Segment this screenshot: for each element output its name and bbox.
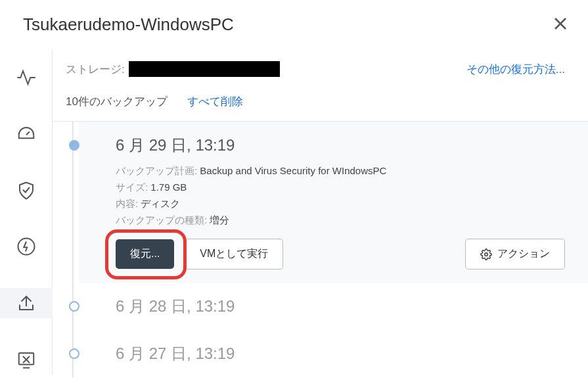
restore-button[interactable]: 復元... — [116, 239, 174, 269]
size-value: 1.79 GB — [150, 181, 187, 193]
plan-label: バックアップ計画: — [116, 165, 197, 176]
sidebar-item-activity[interactable] — [0, 62, 53, 93]
bolt-circle-icon — [16, 237, 36, 256]
backups-count: 10件のバックアップ — [66, 94, 168, 109]
backup-date: 6 月 28 日, 13:19 — [116, 296, 565, 317]
gear-icon — [480, 248, 492, 260]
action-button[interactable]: アクション — [465, 239, 565, 270]
sidebar-item-power[interactable] — [0, 231, 53, 262]
backup-entry[interactable]: 6 月 27 日, 13:19 — [79, 330, 588, 377]
backup-date: 6 月 29 日, 13:19 — [116, 135, 565, 156]
storage-label: ストレージ: — [66, 61, 280, 77]
plan-value: Backup and Virus Security for WIndowsPC — [200, 165, 386, 176]
type-label: バックアップの種類: — [116, 214, 207, 225]
activity-icon — [16, 68, 36, 87]
svg-line-2 — [26, 131, 30, 135]
page-title: Tsukaerudemo-WindowsPC — [23, 14, 234, 35]
size-label: サイズ: — [116, 181, 148, 193]
remote-desktop-icon — [16, 350, 36, 369]
sidebar — [0, 49, 53, 375]
svg-point-3 — [18, 239, 34, 255]
backup-entry[interactable]: 6 月 28 日, 13:19 — [79, 283, 588, 330]
backup-entry[interactable]: 6 月 29 日, 13:19 バックアップ計画: Backup and Vir… — [79, 122, 588, 283]
close-icon[interactable] — [553, 16, 568, 34]
content-value: ディスク — [141, 198, 180, 209]
sidebar-item-dashboard[interactable] — [0, 119, 53, 149]
type-value: 増分 — [210, 214, 229, 225]
main-panel: ストレージ: その他の復元方法... 10件のバックアップ すべて削除 6 月 … — [53, 49, 588, 375]
sidebar-item-remote[interactable] — [0, 344, 53, 375]
backup-timeline: 6 月 29 日, 13:19 バックアップ計画: Backup and Vir… — [53, 122, 588, 377]
shield-check-icon — [16, 181, 36, 201]
delete-all-link[interactable]: すべて削除 — [187, 94, 243, 109]
storage-value-redacted — [129, 61, 280, 77]
restore-up-icon — [16, 293, 36, 313]
content-label: 内容: — [116, 198, 138, 209]
gauge-icon — [16, 124, 36, 144]
sidebar-item-security[interactable] — [0, 176, 53, 206]
run-as-vm-button[interactable]: VMとして実行 — [185, 239, 283, 270]
other-restore-link[interactable]: その他の復元方法... — [466, 62, 565, 77]
backup-date: 6 月 27 日, 13:19 — [116, 343, 565, 364]
sidebar-item-restore[interactable] — [0, 288, 53, 318]
svg-point-7 — [485, 252, 488, 256]
